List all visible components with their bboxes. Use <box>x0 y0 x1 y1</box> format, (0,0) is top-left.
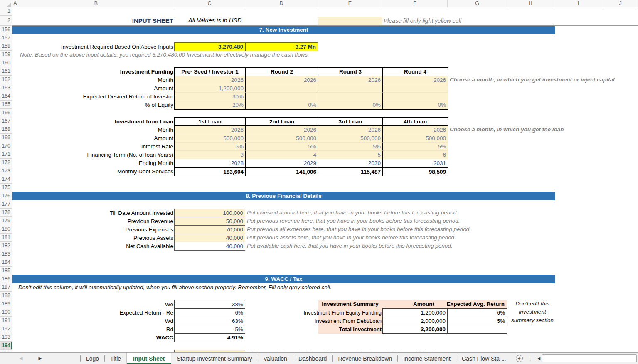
row-header-174[interactable]: 174 <box>0 175 12 184</box>
sample-yellow-input-cell[interactable] <box>318 17 382 25</box>
row-header-187[interactable]: 187 <box>0 283 12 292</box>
column-header-H[interactable]: H <box>507 0 554 7</box>
row-header-163[interactable]: 163 <box>0 84 12 92</box>
funding-return-cell[interactable] <box>318 93 383 101</box>
funding-return-cell[interactable] <box>246 93 318 101</box>
funding-amount-cell[interactable]: 1,200,000 <box>175 84 246 93</box>
sheet-tab-valuation[interactable]: Valuation <box>258 353 293 364</box>
funding-equity-cell[interactable]: 0% <box>246 101 318 109</box>
row-header-160[interactable]: 160 <box>0 59 12 67</box>
prev-value-cell[interactable]: 40,000 <box>174 234 245 242</box>
row-header-180[interactable]: 180 <box>0 225 12 234</box>
funding-equity-cell[interactable]: 0% <box>318 101 383 109</box>
funding-return-cell[interactable]: 30% <box>175 93 246 101</box>
row-header-161[interactable]: 161 <box>0 67 12 76</box>
row-header-173[interactable]: 173 <box>0 167 12 175</box>
loan-month-cell[interactable]: 2026 <box>175 126 246 134</box>
funding-amount-cell[interactable] <box>318 84 383 93</box>
loan-month-cell[interactable]: 2026 <box>246 126 318 134</box>
row-header-182[interactable]: 182 <box>0 242 12 250</box>
sheet-tab-cash-flow-sta[interactable]: Cash Flow Sta ... <box>456 353 512 364</box>
row-header-175[interactable]: 175 <box>0 184 12 192</box>
row-header-189[interactable]: 189 <box>0 300 12 308</box>
investment-required-mn-cell[interactable]: 3.27 Mn <box>245 42 318 51</box>
loan-month-cell[interactable]: 2026 <box>318 126 383 134</box>
row-header-193[interactable]: 193 <box>0 333 12 342</box>
sheet-tab-income-statement[interactable]: Income Statement <box>398 353 456 364</box>
sheet-tab-title[interactable]: Title <box>105 353 126 364</box>
horizontal-scrollbar[interactable] <box>542 354 637 362</box>
funding-equity-cell[interactable]: 20% <box>175 101 246 109</box>
row-header-186[interactable]: 186 <box>0 275 12 283</box>
column-header-E[interactable]: E <box>318 0 382 7</box>
row-header-171[interactable]: 171 <box>0 150 12 159</box>
prev-value-cell[interactable]: 50,000 <box>174 217 245 226</box>
tab-scroll-left-icon[interactable]: ◀ <box>17 356 24 361</box>
row-header-168[interactable]: 168 <box>0 125 12 134</box>
row-header-178[interactable]: 178 <box>0 209 12 217</box>
row-header-194[interactable]: 194 <box>0 342 12 350</box>
row-header-170[interactable]: 170 <box>0 142 12 150</box>
row-header-185[interactable]: 185 <box>0 267 12 275</box>
row-header-162[interactable]: 162 <box>0 76 12 84</box>
column-header-I[interactable]: I <box>554 0 603 7</box>
row-header-183[interactable]: 183 <box>0 250 12 258</box>
row-header-165[interactable]: 165 <box>0 101 12 109</box>
row-header-167[interactable]: 167 <box>0 117 12 125</box>
funding-amount-cell[interactable] <box>246 84 318 93</box>
funding-equity-cell[interactable]: 0% <box>383 101 448 109</box>
investment-required-value-cell[interactable]: 3,270,480 <box>174 42 245 51</box>
row-header-164[interactable]: 164 <box>0 92 12 101</box>
sheet-tab-logo[interactable]: Logo <box>81 353 104 364</box>
column-header-G[interactable]: G <box>448 0 507 7</box>
row-header-191[interactable]: 191 <box>0 317 12 325</box>
row-header-181[interactable]: 181 <box>0 234 12 242</box>
loan-term-cell[interactable]: 4 <box>246 151 318 159</box>
column-header-A[interactable]: A <box>12 0 18 7</box>
loan-amount-cell[interactable]: 500,000 <box>175 134 246 143</box>
sheet-tab-revenue-breakdown[interactable]: Revenue Breakdown <box>333 353 397 364</box>
loan-amount-cell[interactable]: 500,000 <box>246 134 318 143</box>
funding-amount-cell[interactable] <box>383 84 448 93</box>
row-header-188[interactable]: 188 <box>0 292 12 300</box>
loan-amount-cell[interactable]: 500,000 <box>383 134 448 143</box>
tab-options-dots-icon[interactable]: ⋮ <box>528 356 533 362</box>
row-header-172[interactable]: 172 <box>0 159 12 167</box>
loan-interest-cell[interactable]: 5% <box>246 143 318 151</box>
prev-value-cell[interactable]: 40,000 <box>174 242 245 251</box>
hscroll-left-arrow-icon[interactable]: ◀ <box>537 356 541 361</box>
loan-interest-cell[interactable]: 5% <box>318 143 383 151</box>
row-header-159[interactable]: 159 <box>0 51 12 59</box>
tab-scroll-right-icon[interactable]: ▶ <box>37 356 43 361</box>
row-header-166[interactable]: 166 <box>0 109 12 117</box>
loan-term-cell[interactable]: 6 <box>383 151 448 159</box>
loan-term-cell[interactable]: 5 <box>318 151 383 159</box>
row-header-179[interactable]: 179 <box>0 217 12 225</box>
row-header-177[interactable]: 177 <box>0 200 12 209</box>
column-header-F[interactable]: F <box>382 0 448 7</box>
funding-month-cell[interactable]: 2026 <box>383 76 448 84</box>
row-header-192[interactable]: 192 <box>0 325 12 333</box>
funding-month-cell[interactable]: 2026 <box>246 76 318 84</box>
loan-term-cell[interactable]: 3 <box>175 151 246 159</box>
funding-month-cell[interactable]: 2026 <box>175 76 246 84</box>
new-sheet-button[interactable]: + <box>516 355 523 362</box>
sheet-tab-dashboard[interactable]: Dashboard <box>293 353 333 364</box>
column-header-J[interactable]: J <box>603 0 638 7</box>
row-header-157[interactable]: 157 <box>0 34 12 42</box>
row-header-184[interactable]: 184 <box>0 258 12 267</box>
column-header-B[interactable]: B <box>18 0 174 7</box>
loan-interest-cell[interactable]: 5% <box>175 143 246 151</box>
sheet-tab-input-sheet[interactable]: Input Sheet <box>126 353 171 364</box>
loan-amount-cell[interactable]: 500,000 <box>318 134 383 143</box>
row-header-2[interactable]: 2 <box>0 16 12 26</box>
row-header-158[interactable]: 158 <box>0 42 12 51</box>
row-header-1[interactable]: 1 <box>0 7 12 16</box>
select-all-corner[interactable] <box>0 0 12 7</box>
prev-value-cell[interactable]: 100,000 <box>174 209 245 217</box>
sheet-tab-startup-investment-summary[interactable]: Startup Investment Summary <box>171 353 257 364</box>
loan-month-cell[interactable]: 2026 <box>383 126 448 134</box>
column-header-C[interactable]: C <box>174 0 245 7</box>
row-header-176[interactable]: 176 <box>0 192 12 200</box>
row-header-169[interactable]: 169 <box>0 134 12 142</box>
